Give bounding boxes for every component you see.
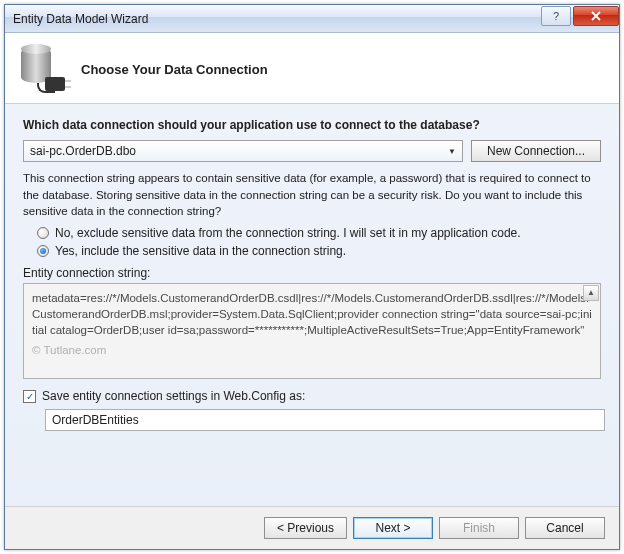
header-area: Choose Your Data Connection xyxy=(5,33,619,104)
save-name-input[interactable]: OrderDBEntities xyxy=(45,409,605,431)
watermark: © Tutlane.com xyxy=(32,342,592,358)
titlebar-buttons: ? xyxy=(541,5,619,32)
question-label: Which data connection should your applic… xyxy=(23,118,601,132)
previous-button[interactable]: < Previous xyxy=(264,517,347,539)
connection-selected: sai-pc.OrderDB.dbo xyxy=(30,144,136,158)
connection-row: sai-pc.OrderDB.dbo ▼ New Connection... xyxy=(23,140,601,162)
cancel-button[interactable]: Cancel xyxy=(525,517,605,539)
wizard-footer: < Previous Next > Finish Cancel xyxy=(5,506,619,549)
connection-dropdown[interactable]: sai-pc.OrderDB.dbo ▼ xyxy=(23,140,463,162)
radio-include-row[interactable]: Yes, include the sensitive data in the c… xyxy=(37,244,601,258)
wizard-window: Entity Data Model Wizard ? Choose Your D… xyxy=(4,4,620,550)
database-plug-icon xyxy=(17,45,67,93)
radio-exclude-label: No, exclude sensitive data from the conn… xyxy=(55,226,521,240)
conn-string-text: metadata=res://*/Models.CustomerandOrder… xyxy=(32,292,592,336)
radio-exclude[interactable] xyxy=(37,227,49,239)
radio-include[interactable] xyxy=(37,245,49,257)
scroll-up-icon[interactable]: ▲ xyxy=(583,285,599,301)
page-title: Choose Your Data Connection xyxy=(81,62,268,77)
sensitive-info-text: This connection string appears to contai… xyxy=(23,170,601,220)
titlebar: Entity Data Model Wizard ? xyxy=(5,5,619,33)
radio-exclude-row[interactable]: No, exclude sensitive data from the conn… xyxy=(37,226,601,240)
save-checkbox[interactable]: ✓ xyxy=(23,390,36,403)
save-check-row[interactable]: ✓ Save entity connection settings in Web… xyxy=(23,389,601,403)
chevron-down-icon: ▼ xyxy=(445,144,459,158)
close-button[interactable] xyxy=(573,6,619,26)
radio-include-label: Yes, include the sensitive data in the c… xyxy=(55,244,346,258)
close-icon xyxy=(591,11,601,21)
window-title: Entity Data Model Wizard xyxy=(13,12,541,26)
conn-string-label: Entity connection string: xyxy=(23,266,601,280)
wizard-body: Which data connection should your applic… xyxy=(5,104,619,506)
conn-string-box: metadata=res://*/Models.CustomerandOrder… xyxy=(23,283,601,379)
finish-button: Finish xyxy=(439,517,519,539)
save-check-label: Save entity connection settings in Web.C… xyxy=(42,389,305,403)
new-connection-button[interactable]: New Connection... xyxy=(471,140,601,162)
save-name-value: OrderDBEntities xyxy=(52,413,139,427)
help-button[interactable]: ? xyxy=(541,6,571,26)
next-button[interactable]: Next > xyxy=(353,517,433,539)
